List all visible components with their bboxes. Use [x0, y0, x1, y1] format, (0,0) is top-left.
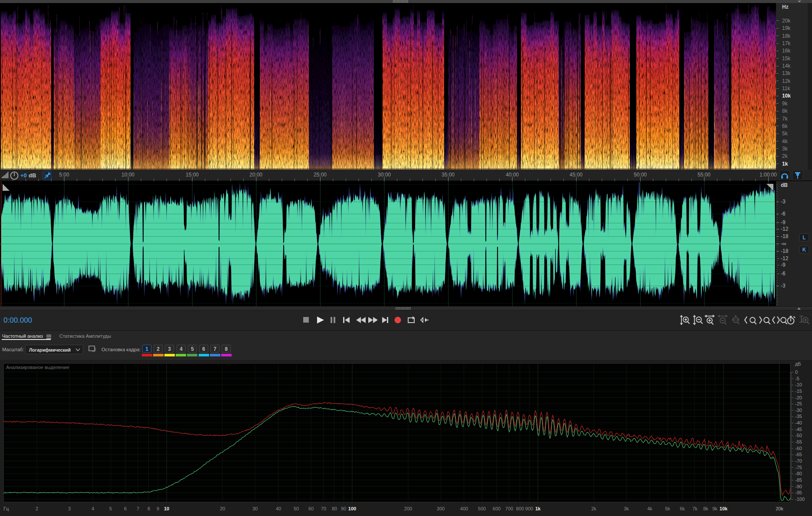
- svg-text:-65: -65: [795, 452, 802, 457]
- svg-text:1k: 1k: [782, 161, 788, 167]
- svg-text:-70: -70: [795, 458, 802, 464]
- svg-text:50: 50: [294, 506, 299, 511]
- svg-text:5: 5: [109, 506, 112, 511]
- svg-text:35:00: 35:00: [442, 172, 455, 178]
- svg-text:8k: 8k: [782, 108, 788, 114]
- svg-text:55:00: 55:00: [697, 172, 710, 178]
- svg-text:Гц: Гц: [3, 506, 9, 511]
- svg-text:9k: 9k: [782, 101, 788, 107]
- svg-text:-45: -45: [795, 427, 802, 432]
- svg-text:10k: 10k: [782, 93, 791, 99]
- svg-text:-10: -10: [795, 382, 802, 387]
- svg-text:30:00: 30:00: [378, 172, 391, 178]
- svg-text:13k: 13k: [782, 70, 791, 76]
- svg-text:1k: 1k: [535, 506, 541, 511]
- svg-text:400: 400: [460, 506, 468, 511]
- svg-text:-9: -9: [781, 219, 786, 225]
- svg-text:-40: -40: [795, 420, 802, 425]
- svg-text:17k: 17k: [782, 40, 791, 46]
- svg-text:-18: -18: [781, 233, 789, 239]
- svg-text:dB: dB: [781, 182, 788, 188]
- svg-text:дБ: дБ: [795, 361, 801, 366]
- svg-text:1:00:00: 1:00:00: [760, 172, 777, 178]
- svg-text:20:00: 20:00: [249, 172, 262, 178]
- svg-text:-12: -12: [781, 255, 789, 261]
- svg-text:5k: 5k: [782, 131, 788, 137]
- svg-text:-95: -95: [795, 490, 802, 495]
- svg-text:18k: 18k: [782, 33, 791, 39]
- svg-text:3k: 3k: [782, 146, 788, 152]
- svg-text:4: 4: [92, 506, 94, 511]
- svg-text:100: 100: [348, 506, 356, 511]
- svg-text:-100: -100: [795, 496, 805, 502]
- svg-text:500: 500: [478, 506, 486, 511]
- svg-text:600: 600: [493, 506, 501, 511]
- svg-text:15:00: 15:00: [186, 172, 199, 178]
- svg-text:90: 90: [341, 506, 346, 511]
- svg-text:40: 40: [276, 506, 281, 511]
- svg-text:10: 10: [164, 506, 169, 511]
- svg-text:-3: -3: [781, 283, 786, 289]
- svg-text:7k: 7k: [692, 506, 697, 511]
- svg-text:-80: -80: [795, 471, 802, 476]
- svg-text:40:00: 40:00: [506, 172, 519, 178]
- svg-text:-∞: -∞: [781, 241, 786, 247]
- svg-text:12k: 12k: [782, 78, 791, 84]
- svg-text:900: 900: [525, 506, 533, 511]
- svg-text:15k: 15k: [782, 56, 791, 62]
- svg-text:9: 9: [157, 506, 159, 511]
- svg-text:700: 700: [505, 506, 513, 511]
- svg-text:19k: 19k: [782, 25, 791, 31]
- svg-text:2: 2: [36, 506, 38, 511]
- svg-text:10:00: 10:00: [121, 172, 134, 178]
- svg-text:-60: -60: [795, 446, 802, 451]
- svg-text:10k: 10k: [720, 506, 728, 511]
- svg-text:8: 8: [147, 506, 150, 511]
- svg-text:9k: 9k: [712, 506, 717, 511]
- svg-text:-9: -9: [781, 262, 786, 268]
- svg-text:50:00: 50:00: [634, 172, 647, 178]
- svg-text:-55: -55: [795, 439, 802, 444]
- svg-text:200: 200: [404, 506, 412, 511]
- svg-text:2k: 2k: [591, 506, 596, 511]
- svg-text:3: 3: [68, 506, 71, 511]
- svg-text:6: 6: [124, 506, 127, 511]
- svg-text:300: 300: [437, 506, 445, 511]
- svg-text:K: K: [802, 247, 806, 253]
- svg-text:-3: -3: [781, 199, 786, 205]
- svg-text:5k: 5k: [665, 506, 670, 511]
- svg-text:20: 20: [220, 506, 225, 511]
- svg-text:70: 70: [321, 506, 326, 511]
- svg-text:4k: 4k: [782, 138, 788, 144]
- svg-text:-90: -90: [795, 484, 802, 489]
- svg-text:-18: -18: [781, 248, 789, 254]
- svg-text:800: 800: [516, 506, 524, 511]
- svg-text:Hz: Hz: [782, 4, 789, 10]
- svg-text:+0: +0: [20, 172, 27, 179]
- svg-text:-50: -50: [795, 433, 802, 438]
- svg-text:14k: 14k: [782, 63, 791, 69]
- svg-text:80: 80: [332, 506, 337, 511]
- svg-text:16k: 16k: [782, 48, 791, 54]
- svg-text:dB: dB: [29, 172, 36, 179]
- svg-text:-12: -12: [781, 226, 789, 232]
- svg-text:Анализированое выделение: Анализированое выделение: [6, 365, 69, 370]
- svg-text:3k: 3k: [624, 506, 629, 511]
- svg-text:-6: -6: [781, 211, 786, 217]
- svg-text:-30: -30: [795, 408, 802, 413]
- svg-text:11k: 11k: [782, 85, 790, 91]
- svg-text:-20: -20: [795, 395, 802, 400]
- svg-text:20k: 20k: [782, 18, 791, 24]
- svg-text:25:00: 25:00: [314, 172, 327, 178]
- svg-text:4k: 4k: [647, 506, 652, 511]
- svg-text:45:00: 45:00: [570, 172, 583, 178]
- svg-text:30: 30: [252, 506, 258, 511]
- svg-text:-25: -25: [795, 401, 802, 406]
- svg-text:2k: 2k: [782, 153, 788, 159]
- svg-text:20k: 20k: [776, 506, 783, 511]
- svg-text:7k: 7k: [782, 116, 788, 122]
- svg-text:60: 60: [308, 506, 314, 511]
- svg-text:-15: -15: [795, 389, 802, 394]
- svg-text:-75: -75: [795, 465, 802, 470]
- svg-text:5:00: 5:00: [59, 172, 69, 178]
